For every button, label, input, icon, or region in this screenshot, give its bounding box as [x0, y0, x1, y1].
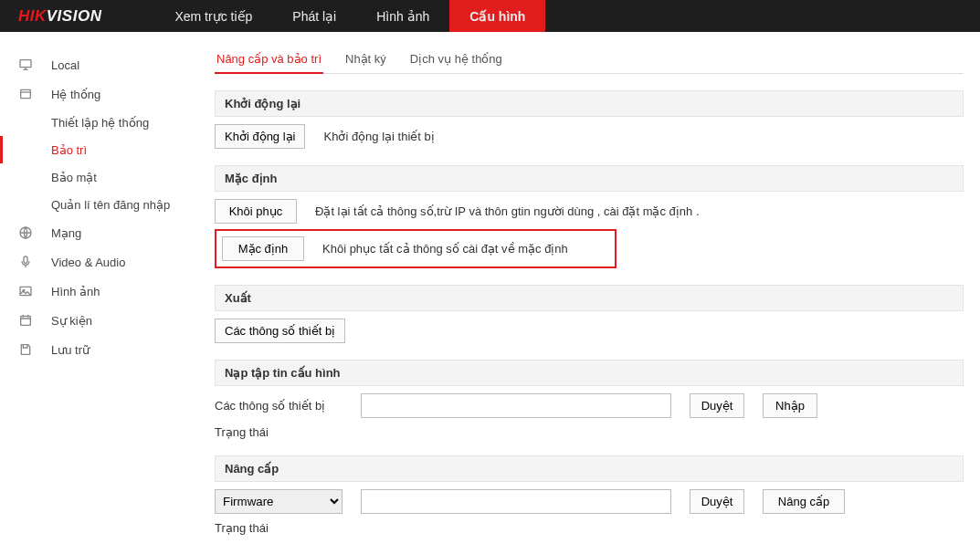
upgrade-file-input[interactable] [361, 489, 671, 514]
sidebar-item-label: Hình ảnh [51, 285, 100, 298]
import-button[interactable]: Nhập [763, 393, 817, 418]
workspace: Local Hệ thống Thiết lập hệ thống Bảo tr… [0, 32, 980, 554]
sidebar-item-label: Local [51, 58, 79, 72]
image-icon [18, 284, 37, 298]
restore-button[interactable]: Khôi phục [215, 199, 297, 224]
tab-playback[interactable]: Phát lại [272, 0, 356, 32]
section-reboot-header: Khởi động lại [215, 90, 964, 117]
mic-icon [18, 255, 37, 269]
top-nav: HIK VISION Xem trực tiếp Phát lại Hình ả… [0, 0, 980, 32]
section-export-header: Xuất [215, 285, 964, 311]
import-browse-button[interactable]: Duyệt [690, 393, 744, 418]
import-label: Các thông số thiết bị [215, 399, 342, 413]
restore-desc: Đặt lại tất cả thông số,trừ IP và thôn g… [315, 204, 700, 218]
svg-rect-0 [20, 60, 31, 68]
brand-hik: HIK [18, 7, 47, 26]
tab-configuration[interactable]: Cấu hình [449, 0, 545, 32]
sidebar-item-user-management[interactable]: Quản lí tên đăng nhập [0, 191, 189, 218]
globe-icon [18, 225, 37, 240]
sidebar-item-label: Bảo trì [51, 143, 87, 157]
sidebar-item-storage[interactable]: Lưu trữ [0, 335, 189, 364]
restore-row: Khôi phục Đặt lại tất cả thông số,trừ IP… [215, 199, 964, 224]
sidebar-item-system-settings[interactable]: Thiết lập hệ thống [0, 109, 189, 136]
sidebar-item-system[interactable]: Hệ thống [0, 79, 189, 109]
import-status-label: Trạng thái [215, 425, 964, 439]
export-params-button[interactable]: Các thông số thiết bị [215, 319, 345, 343]
section-upgrade-header: Nâng cấp [215, 455, 964, 482]
sidebar-item-label: Bảo mật [51, 171, 97, 184]
brand-logo: HIK VISION [0, 7, 118, 26]
subtab-upgrade-maintenance[interactable]: Nâng cấp và bảo trì [215, 52, 323, 73]
sidebar-item-maintenance[interactable]: Bảo trì [0, 136, 189, 163]
sidebar-item-label: Video & Audio [51, 256, 125, 269]
sidebar-item-network[interactable]: Mạng [0, 218, 189, 247]
sidebar-item-local[interactable]: Local [0, 50, 189, 79]
tab-picture[interactable]: Hình ảnh [356, 0, 449, 32]
svg-rect-3 [24, 256, 27, 263]
sidebar-item-label: Mạng [51, 226, 81, 240]
sidebar-item-image[interactable]: Hình ảnh [0, 277, 189, 306]
section-import-header: Nạp tập tin cấu hình [215, 360, 964, 386]
reboot-desc: Khởi động lại thiết bị [323, 130, 434, 143]
sidebar-item-label: Thiết lập hệ thống [51, 116, 149, 130]
sidebar-item-label: Lưu trữ [51, 343, 90, 357]
factory-default-button[interactable]: Mặc định [222, 236, 304, 261]
upgrade-status-label: Trạng thái [215, 521, 964, 535]
sidebar-item-video-audio[interactable]: Video & Audio [0, 247, 189, 277]
default-desc: Khôi phục tất cả thông số cài đạt về mặc… [322, 242, 568, 256]
upgrade-type-select[interactable]: Firmware [215, 489, 342, 514]
device-icon [18, 87, 37, 101]
calendar-icon [18, 313, 37, 328]
upgrade-button[interactable]: Nâng cấp [763, 489, 845, 514]
import-row: Các thông số thiết bị Duyệt Nhập [215, 393, 964, 418]
svg-rect-1 [21, 89, 31, 98]
sidebar-item-label: Quản lí tên đăng nhập [51, 198, 170, 212]
topnav-tabs: Xem trực tiếp Phát lại Hình ảnh Cấu hình [154, 0, 545, 32]
monitor-icon [18, 57, 37, 72]
content-area: Nâng cấp và bảo trì Nhật ký Dịch vụ hệ t… [189, 32, 980, 554]
sidebar: Local Hệ thống Thiết lập hệ thống Bảo tr… [0, 32, 189, 554]
sidebar-item-label: Sự kiện [51, 314, 92, 328]
upgrade-browse-button[interactable]: Duyệt [690, 489, 744, 514]
import-file-input[interactable] [361, 393, 671, 418]
sidebar-item-security[interactable]: Bảo mật [0, 163, 189, 191]
tab-live-view[interactable]: Xem trực tiếp [154, 0, 272, 32]
storage-icon [18, 342, 37, 357]
brand-vision: VISION [47, 7, 102, 26]
upgrade-row: Firmware Duyệt Nâng cấp [215, 489, 964, 514]
sidebar-item-label: Hệ thống [51, 88, 100, 101]
subtab-system-service[interactable]: Dịch vụ hệ thống [408, 52, 504, 73]
default-row: Mặc định Khôi phục tất cả thông số cài đ… [222, 236, 607, 261]
export-row: Các thông số thiết bị [215, 319, 964, 343]
sidebar-item-event[interactable]: Sự kiện [0, 306, 189, 335]
default-highlight: Mặc định Khôi phục tất cả thông số cài đ… [215, 229, 616, 268]
reboot-button[interactable]: Khởi động lại [215, 124, 305, 149]
subtab-bar: Nâng cấp và bảo trì Nhật ký Dịch vụ hệ t… [215, 45, 964, 74]
svg-rect-6 [21, 316, 31, 325]
reboot-row: Khởi động lại Khởi động lại thiết bị [215, 124, 964, 149]
subtab-log[interactable]: Nhật ký [343, 52, 388, 73]
section-default-header: Mặc định [215, 165, 964, 192]
